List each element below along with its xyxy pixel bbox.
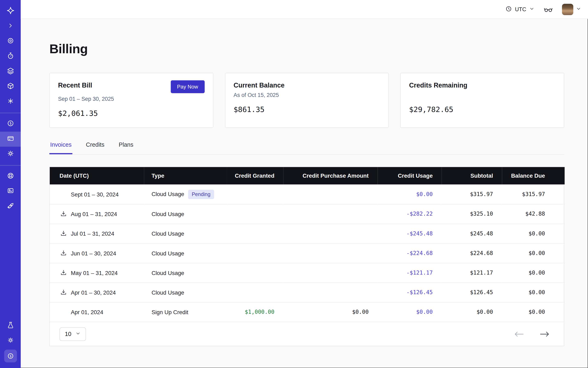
cube-icon <box>7 82 14 91</box>
sidebar-item-activity[interactable] <box>0 49 21 64</box>
invoice-date: Aug 01 – 31, 2024 <box>71 211 117 217</box>
tab-plans[interactable]: Plans <box>118 141 134 154</box>
download-invoice-icon[interactable] <box>60 288 67 296</box>
cell-amount <box>283 224 378 243</box>
invoice-type: Cloud Usage <box>152 269 184 276</box>
card-title: Current Balance <box>234 81 285 89</box>
cell-amount <box>227 224 283 243</box>
invoice-date: May 01 – 31, 2024 <box>71 269 118 276</box>
download-invoice-icon[interactable] <box>60 210 67 218</box>
column-header-credit-granted: Credit Granted <box>227 167 283 184</box>
cell-amount <box>227 184 283 204</box>
cell-amount <box>283 184 378 204</box>
cell-type: Cloud Usage <box>144 243 227 263</box>
column-header-credit-usage: Credit Usage <box>378 167 442 184</box>
sidebar-collapse-button[interactable] <box>0 19 21 34</box>
next-page-arrow-icon[interactable] <box>540 331 550 337</box>
cell-amount: -$126.45 <box>378 283 442 302</box>
sidebar-item-billing[interactable] <box>0 132 21 147</box>
invoice-type: Cloud Usage <box>152 211 184 217</box>
tab-invoices[interactable]: Invoices <box>49 141 72 154</box>
cell-amount <box>227 204 283 224</box>
cell-date: Jun 01 – 30, 2024 <box>50 243 144 263</box>
cell-amount: -$121.17 <box>378 263 442 283</box>
card-title: Credits Remaining <box>409 81 467 89</box>
cell-date: Aug 01 – 31, 2024 <box>50 204 144 224</box>
cell-amount <box>283 263 378 283</box>
cell-amount <box>283 243 378 263</box>
cell-amount: $0.00 <box>378 184 442 204</box>
cell-amount: $0.00 <box>502 283 565 302</box>
timer-icon <box>7 52 14 61</box>
card-amount: $861.35 <box>234 105 380 114</box>
invoice-date: Jul 01 – 31, 2024 <box>71 230 114 237</box>
sidebar-item-layers[interactable] <box>0 64 21 79</box>
cell-date: Apr 01, 2024 <box>50 302 144 322</box>
invoice-row: Jul 01 – 31, 2024Cloud Usage-$245.48$245… <box>50 224 565 243</box>
cell-amount: $325.10 <box>442 204 502 224</box>
chevron-down-icon <box>75 331 81 337</box>
table-header-row: Date (UTC) Type Credit Granted Credit Pu… <box>50 167 565 184</box>
card-amount: $29,782.65 <box>409 105 556 114</box>
invoice-row: Apr 01, 2024Sign Up Credit$1,000.00$0.00… <box>50 302 565 322</box>
monitor-icon <box>7 187 14 196</box>
invoice-row: Apr 01 – 30, 2024Cloud Usage-$126.45$126… <box>50 283 565 302</box>
download-invoice-icon <box>60 308 67 316</box>
cell-amount: $126.45 <box>442 283 502 302</box>
cell-amount: $121.17 <box>442 263 502 283</box>
download-invoice-icon[interactable] <box>60 269 67 276</box>
cell-date: Apr 01 – 30, 2024 <box>50 283 144 302</box>
billing-tabs: Invoices Credits Plans <box>49 141 564 155</box>
column-header-credit-purchase: Credit Purchase Amount <box>283 167 378 184</box>
cell-date: Sept 01 – 30, 2024 <box>50 184 144 204</box>
view-as-glasses-icon[interactable] <box>543 6 553 13</box>
tab-credits[interactable]: Credits <box>85 141 105 154</box>
sun-icon <box>7 336 14 345</box>
invoice-type: Cloud Usage <box>152 289 184 295</box>
sidebar-item-settings[interactable] <box>0 147 21 162</box>
pagination <box>514 331 550 337</box>
invoice-date: Jun 01 – 30, 2024 <box>71 250 116 256</box>
status-badge: Pending <box>188 190 214 199</box>
pay-now-button[interactable]: Pay Now <box>171 80 205 93</box>
app-window: $ $ UTC <box>0 0 588 368</box>
invoice-date: Apr 01, 2024 <box>71 309 103 315</box>
cell-amount: $1,000.00 <box>227 302 283 322</box>
download-invoice-icon <box>60 191 67 198</box>
sidebar-item-credits[interactable]: $ <box>0 349 21 364</box>
sidebar-item-resources[interactable] <box>0 34 21 49</box>
page-title: Billing <box>49 41 564 56</box>
table-footer: 10 <box>50 322 564 346</box>
asterisk-icon <box>7 97 14 106</box>
sidebar-item-labs[interactable] <box>0 318 21 333</box>
page-size-select[interactable]: 10 <box>60 327 86 341</box>
sidebar-logo[interactable] <box>0 4 21 19</box>
column-header-balance-due: Balance Due <box>502 167 565 184</box>
column-header-type: Type <box>144 167 227 184</box>
sidebar-item-theme[interactable] <box>0 333 21 349</box>
sidebar-item-functions[interactable] <box>0 94 21 109</box>
sidebar-item-deploy[interactable] <box>0 199 21 214</box>
sidebar-item-tutorials[interactable] <box>0 184 21 199</box>
sidebar-item-usage[interactable]: $ <box>0 117 21 132</box>
user-avatar <box>562 4 573 15</box>
download-invoice-icon[interactable] <box>60 230 67 237</box>
cell-type: Cloud Usage <box>144 263 227 283</box>
download-invoice-icon[interactable] <box>60 249 67 257</box>
invoice-row: Sept 01 – 30, 2024Cloud UsagePending$0.0… <box>50 184 565 204</box>
cell-amount: $0.00 <box>283 302 378 322</box>
previous-page-arrow-icon[interactable] <box>514 331 524 337</box>
chevron-right-icon <box>7 22 14 31</box>
flask-icon <box>7 321 14 330</box>
invoice-date: Apr 01 – 30, 2024 <box>71 289 116 295</box>
account-menu[interactable] <box>562 4 581 15</box>
cell-amount: $0.00 <box>378 302 442 322</box>
timezone-selector[interactable]: UTC <box>506 6 534 13</box>
lifebuoy-icon <box>7 172 14 181</box>
sidebar-item-support[interactable] <box>0 169 21 184</box>
sidebar-item-containers[interactable] <box>0 79 21 94</box>
invoice-row: Jun 01 – 30, 2024Cloud Usage-$224.68$224… <box>50 243 565 263</box>
cell-amount: -$224.68 <box>378 243 442 263</box>
invoice-type: Sign Up Credit <box>152 309 188 315</box>
clock-icon <box>506 6 512 13</box>
